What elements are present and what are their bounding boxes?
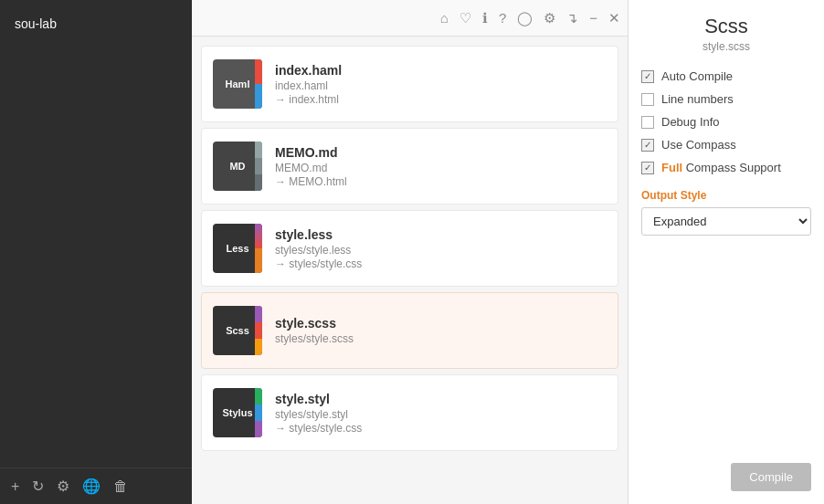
center-area: ⌂ ♡ ℹ ? ◯ ⚙ ↴ − ✕ Hamlindex.hamlindex.ha… xyxy=(192,0,628,504)
checkbox-auto-compile[interactable] xyxy=(641,70,654,83)
options-group: Auto CompileLine numbersDebug InfoUse Co… xyxy=(641,69,811,174)
file-source-style-less: styles/style.less xyxy=(275,244,607,257)
file-icon-style-styl: Stylus xyxy=(213,388,262,437)
sidebar-footer: + ↻ ⚙ 🌐 🗑 xyxy=(0,467,192,504)
gear-icon[interactable]: ⚙ xyxy=(544,10,555,26)
file-source-style-styl: styles/style.styl xyxy=(275,408,607,421)
file-card-style-less[interactable]: Lessstyle.lessstyles/style.lessstyles/st… xyxy=(201,210,618,287)
file-icon-label-style-less: Less xyxy=(226,243,248,254)
option-row-line-numbers: Line numbers xyxy=(641,92,811,106)
right-panel-inner: Scss style.scss Auto CompileLine numbers… xyxy=(629,0,824,450)
file-source-index-haml: index.haml xyxy=(275,79,607,92)
help-icon[interactable]: ? xyxy=(499,10,506,26)
minimize-icon[interactable]: − xyxy=(589,10,597,26)
file-icon-style-less: Less xyxy=(213,224,262,273)
file-name-style-styl: style.styl xyxy=(275,392,607,406)
heart-icon[interactable]: ♡ xyxy=(460,10,471,26)
file-card-style-styl[interactable]: Stylusstyle.stylstyles/style.stylstyles/… xyxy=(201,374,618,451)
file-info-style-scss: style.scssstyles/style.scss xyxy=(275,316,607,345)
checkbox-use-compass[interactable] xyxy=(641,139,654,152)
right-panel: Scss style.scss Auto CompileLine numbers… xyxy=(628,0,824,504)
file-icon-label-memo-md: MD xyxy=(229,161,245,172)
file-output-index-haml: index.html xyxy=(275,93,607,106)
checkbox-full-compass-support[interactable] xyxy=(641,162,654,174)
file-info-index-haml: index.hamlindex.hamlindex.html xyxy=(275,63,607,106)
checkbox-line-numbers[interactable] xyxy=(641,93,654,106)
settings-icon[interactable]: ⚙ xyxy=(57,478,69,495)
right-panel-subtitle: style.scss xyxy=(641,40,811,53)
right-panel-title: Scss xyxy=(641,15,811,38)
sidebar-title: sou-lab xyxy=(0,0,192,47)
close-icon[interactable]: ✕ xyxy=(608,10,620,26)
arrow-down-icon[interactable]: ↴ xyxy=(566,10,578,26)
checkbox-debug-info[interactable] xyxy=(641,116,654,129)
file-info-style-less: style.lessstyles/style.lessstyles/style.… xyxy=(275,227,607,270)
file-output-memo-md: MEMO.html xyxy=(275,175,607,188)
file-name-memo-md: MEMO.md xyxy=(275,145,607,160)
info-icon[interactable]: ℹ xyxy=(482,10,488,26)
option-label-full-compass-support: Full Compass Support xyxy=(661,161,781,174)
file-card-memo-md[interactable]: MDMEMO.mdMEMO.mdMEMO.html xyxy=(201,128,618,205)
file-list: Hamlindex.hamlindex.hamlindex.htmlMDMEMO… xyxy=(192,37,628,504)
file-name-index-haml: index.haml xyxy=(275,63,607,78)
file-icon-stripe-style-less xyxy=(255,224,262,273)
globe-icon[interactable]: 🌐 xyxy=(82,478,100,495)
option-row-full-compass-support: Full Compass Support xyxy=(641,161,811,174)
option-row-debug-info: Debug Info xyxy=(641,115,811,129)
trash-icon[interactable]: 🗑 xyxy=(113,478,128,495)
sidebar: sou-lab + ↻ ⚙ 🌐 🗑 xyxy=(0,0,192,504)
file-output-style-styl: styles/style.css xyxy=(275,422,607,435)
option-label-auto-compile: Auto Compile xyxy=(661,69,733,83)
file-icon-stripe-style-styl xyxy=(255,388,262,437)
output-style-select[interactable]: ExpandedNestedCompactCompressed xyxy=(641,207,811,236)
option-label-debug-info: Debug Info xyxy=(661,115,720,129)
option-row-use-compass: Use Compass xyxy=(641,138,811,152)
file-info-memo-md: MEMO.mdMEMO.mdMEMO.html xyxy=(275,145,607,188)
file-icon-stripe-memo-md xyxy=(255,142,262,191)
file-icon-style-scss: Scss xyxy=(213,306,262,355)
file-info-style-styl: style.stylstyles/style.stylstyles/style.… xyxy=(275,392,607,435)
output-style-section: Output Style ExpandedNestedCompactCompre… xyxy=(641,189,811,236)
app-wrapper: sou-lab + ↻ ⚙ 🌐 🗑 ⌂ ♡ ℹ ? ◯ ⚙ ↴ − ✕ Haml… xyxy=(0,0,824,504)
file-name-style-less: style.less xyxy=(275,227,607,242)
add-icon[interactable]: + xyxy=(11,478,19,495)
file-source-style-scss: styles/style.scss xyxy=(275,332,607,345)
file-output-style-less: styles/style.css xyxy=(275,257,607,270)
refresh-icon[interactable]: ↻ xyxy=(32,478,44,495)
compile-btn-area: Compile xyxy=(629,450,824,504)
device-icon[interactable]: ◯ xyxy=(517,10,533,26)
option-label-line-numbers: Line numbers xyxy=(661,92,734,106)
option-label-use-compass: Use Compass xyxy=(661,138,736,152)
file-source-memo-md: MEMO.md xyxy=(275,162,607,174)
home-icon[interactable]: ⌂ xyxy=(440,10,449,26)
file-card-style-scss[interactable]: Scssstyle.scssstyles/style.scss xyxy=(201,292,618,369)
file-icon-label-style-scss: Scss xyxy=(226,325,249,336)
file-icon-stripe-style-scss xyxy=(255,306,262,355)
file-card-index-haml[interactable]: Hamlindex.hamlindex.hamlindex.html xyxy=(201,46,618,122)
option-row-auto-compile: Auto Compile xyxy=(641,69,811,83)
file-icon-stripe-index-haml xyxy=(255,59,262,109)
file-icon-label-style-styl: Stylus xyxy=(222,407,252,418)
file-name-style-scss: style.scss xyxy=(275,316,607,331)
file-icon-label-index-haml: Haml xyxy=(226,79,250,89)
toolbar-strip: ⌂ ♡ ℹ ? ◯ ⚙ ↴ − ✕ xyxy=(192,0,628,37)
file-icon-memo-md: MD xyxy=(213,142,262,191)
file-icon-index-haml: Haml xyxy=(213,59,262,109)
output-style-label: Output Style xyxy=(641,189,811,202)
compile-button[interactable]: Compile xyxy=(731,463,811,491)
